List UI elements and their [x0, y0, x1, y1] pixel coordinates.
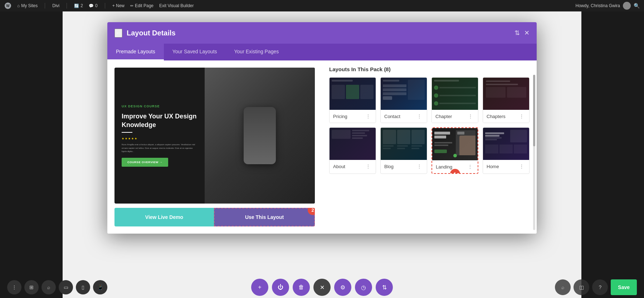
mobile-button[interactable]: 📱 [93, 280, 107, 294]
preview-body-text: Nunc fringilla erat ut lectus aliquet, a… [122, 143, 197, 153]
layout-menu-contact[interactable]: ⋮ [415, 113, 423, 120]
layout-info-chapter: Chapter ⋮ [432, 110, 478, 123]
phone-screen [244, 107, 276, 164]
use-this-layout-button[interactable]: Use This Layout 2 [214, 208, 315, 226]
modal-overlay: ← Layout Details ⇅ ✕ Premade Layouts You… [0, 11, 644, 298]
trash-button[interactable]: 🗑 [293, 279, 310, 296]
menu-button[interactable]: ⋮ [7, 280, 21, 294]
my-sites-link[interactable]: ⌂ My Sites [17, 3, 38, 8]
layout-menu-home[interactable]: ⋮ [518, 163, 526, 170]
layout-info-home: Home ⋮ [483, 160, 529, 173]
updates-link[interactable]: 🔄 2 [74, 3, 83, 8]
search-right-button[interactable]: ⌕ [555, 279, 571, 295]
layout-menu-chapters[interactable]: ⋮ [518, 113, 526, 120]
search-button[interactable]: ⌕ [42, 280, 56, 294]
layout-thumb-pricing [330, 78, 376, 110]
preview-stars: ★ ★ ★ ★ ★ [122, 137, 197, 140]
layout-name-contact: Contact [384, 114, 400, 119]
new-link[interactable]: + New [112, 3, 125, 8]
settings-gear-button[interactable]: ⚙ [334, 279, 351, 296]
exit-vb-link[interactable]: Exit Visual Builder [159, 3, 194, 8]
desktop-button[interactable]: ▭ [59, 280, 73, 294]
course-overview-button[interactable]: COURSE OVERVIEW → [122, 158, 168, 167]
layout-name-chapter: Chapter [435, 114, 452, 119]
modal-tabs: Premade Layouts Your Saved Layouts Your … [107, 44, 537, 60]
toolbar-left: ⋮ ⊞ ⌕ ▭ ▯ 📱 [7, 280, 107, 294]
layout-info-blog: Blog ⋮ [381, 160, 427, 173]
history-button[interactable]: ◷ [355, 279, 372, 296]
layout-thumb-contact [381, 78, 427, 110]
layout-card-contact[interactable]: Contact ⋮ [380, 77, 427, 123]
toolbar-center: + ⏻ 🗑 ✕ ⚙ ◷ ⇅ [251, 279, 393, 296]
modal-header: ← Layout Details ⇅ ✕ [107, 22, 537, 44]
modal-body: UX DESIGN COURSE Improve Your UX Design … [107, 60, 537, 234]
wp-logo[interactable]: W [4, 2, 11, 9]
sort-icon-button[interactable]: ⇅ [514, 29, 520, 37]
layout-card-chapters[interactable]: Chapters ⋮ [483, 77, 530, 123]
layers-button[interactable]: ◫ [574, 279, 589, 295]
layout-card-chapter[interactable]: Chapter ⋮ [431, 77, 478, 123]
comments-link[interactable]: 💬 0 [89, 3, 98, 8]
layout-name-pricing: Pricing [333, 114, 347, 119]
layout-menu-chapter[interactable]: ⋮ [467, 113, 474, 120]
back-button[interactable]: ← [114, 29, 122, 38]
edit-page-link[interactable]: ✏ Edit Page [130, 3, 153, 8]
layout-name-chapters: Chapters [487, 114, 506, 119]
add-section-button[interactable]: + [251, 279, 268, 296]
admin-search-icon[interactable]: 🔍 [634, 3, 640, 9]
layout-menu-landing[interactable]: ⋮ [466, 163, 474, 170]
layout-card-home[interactable]: Home ⋮ [483, 127, 530, 174]
preview-left: UX DESIGN COURSE Improve Your UX Design … [114, 68, 205, 204]
modal-title-group: ← Layout Details [114, 29, 176, 38]
layout-card-pricing[interactable]: Pricing ⋮ [329, 77, 376, 123]
tablet-button[interactable]: ▯ [76, 280, 90, 294]
preview-action-buttons: View Live Demo Use This Layout 2 [114, 208, 315, 226]
layout-name-blog: Blog [384, 164, 394, 169]
preview-right [205, 68, 315, 204]
layout-menu-blog[interactable]: ⋮ [415, 163, 423, 170]
close-x-button[interactable]: ✕ [313, 279, 331, 296]
layout-menu-about[interactable]: ⋮ [364, 163, 372, 170]
divider [105, 3, 105, 9]
layout-thumb-chapter [432, 78, 478, 110]
layout-thumb-blog [381, 128, 427, 160]
layout-info-contact: Contact ⋮ [381, 110, 427, 123]
power-button[interactable]: ⏻ [272, 279, 289, 296]
layouts-grid: Pricing ⋮ [329, 77, 530, 174]
layout-thumb-landing [432, 128, 478, 160]
sort-button[interactable]: ⇅ [376, 279, 393, 296]
divi-link[interactable]: Divi [52, 3, 59, 8]
view-live-demo-button[interactable]: View Live Demo [114, 208, 214, 226]
layouts-scrollbar[interactable] [533, 75, 535, 230]
badge-2: 2 [308, 208, 315, 215]
tab-premade-layouts[interactable]: Premade Layouts [107, 44, 164, 60]
preview-image: UX DESIGN COURSE Improve Your UX Design … [114, 68, 315, 204]
admin-bar: W ⌂ My Sites Divi 🔄 2 💬 0 + New ✏ Edit P… [0, 0, 644, 11]
landing-green-dot [453, 154, 457, 157]
layouts-section: Layouts In This Pack (8) [322, 60, 537, 234]
avatar [623, 2, 631, 10]
layout-details-modal: ← Layout Details ⇅ ✕ Premade Layouts You… [107, 22, 537, 234]
preview-heading: Improve Your UX Design Knowledge [122, 112, 197, 129]
help-button[interactable]: ? [592, 279, 608, 295]
layout-info-about: About ⋮ [330, 160, 376, 173]
layout-card-blog[interactable]: Blog ⋮ [380, 127, 427, 174]
layouts-scrollbar-thumb [533, 75, 535, 146]
tab-existing-pages[interactable]: Your Existing Pages [226, 44, 288, 60]
close-modal-button[interactable]: ✕ [524, 29, 530, 37]
tab-saved-layouts[interactable]: Your Saved Layouts [164, 44, 226, 60]
toolbar-right: ⌕ ◫ ? Save [555, 279, 637, 295]
layout-card-about[interactable]: About ⋮ [329, 127, 376, 174]
layout-info-pricing: Pricing ⋮ [330, 110, 376, 123]
preview-underline [122, 132, 132, 133]
modal-header-actions: ⇅ ✕ [514, 29, 530, 37]
layout-card-landing[interactable]: Landing ⋮ 1 [431, 127, 478, 174]
layout-name-home: Home [487, 164, 499, 169]
grid-button[interactable]: ⊞ [24, 280, 39, 294]
layout-menu-pricing[interactable]: ⋮ [364, 113, 372, 120]
preview-phone [205, 68, 315, 204]
layout-name-about: About [333, 164, 345, 169]
divider [45, 3, 45, 9]
layout-name-landing: Landing [436, 164, 452, 170]
save-button[interactable]: Save [611, 279, 637, 295]
